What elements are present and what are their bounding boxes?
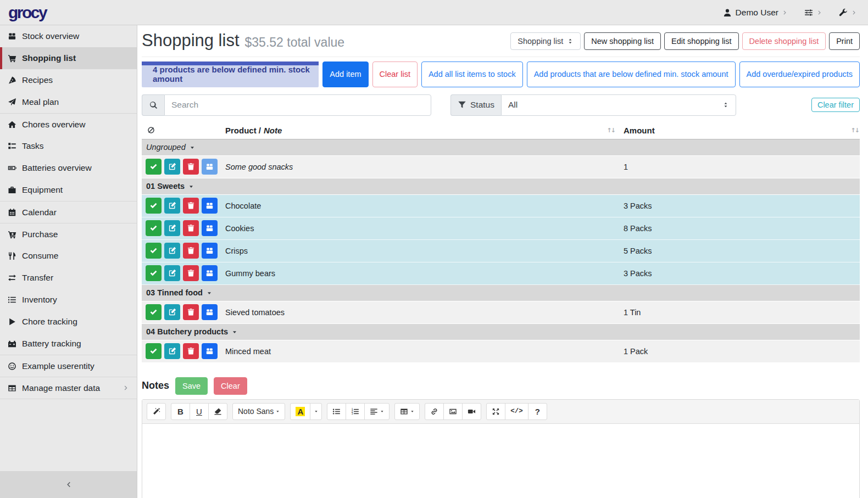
clear-list-button[interactable]: Clear list — [372, 61, 418, 87]
add-to-stock-button[interactable] — [202, 343, 218, 359]
notes-editing-area[interactable] — [142, 424, 859, 498]
product-amount: 1 Tin — [624, 308, 641, 317]
add-item-button[interactable]: Add item — [322, 61, 368, 87]
clear-formatting-button[interactable] — [208, 403, 227, 420]
search-input[interactable] — [164, 94, 431, 116]
insert-table-dropdown[interactable] — [394, 403, 420, 420]
mark-done-button[interactable] — [146, 220, 162, 236]
sidebar-item-batteries-overview[interactable]: Batteries overview — [0, 157, 137, 179]
status-select[interactable]: All — [501, 94, 736, 116]
add-to-stock-button[interactable] — [202, 265, 218, 281]
new-shopping-list-button[interactable]: New shopping list — [584, 32, 661, 50]
sidebar-item-manage-master-data[interactable]: Manage master data — [0, 377, 137, 399]
sidebar-item-calendar[interactable]: Calendar — [0, 201, 137, 223]
delete-item-button[interactable] — [183, 220, 199, 236]
add-to-stock-button[interactable] — [202, 159, 218, 175]
delete-item-button[interactable] — [183, 265, 199, 281]
ordered-list-button[interactable] — [346, 403, 365, 420]
edit-item-button[interactable] — [164, 265, 180, 281]
shopping-list-selector[interactable]: Shopping list — [510, 32, 581, 50]
sidebar-item-chore-tracking[interactable]: Chore tracking — [0, 311, 137, 333]
caret-down-icon — [207, 290, 212, 296]
sidebar-item-inventory[interactable]: Inventory — [0, 289, 137, 311]
text-color-button[interactable]: A — [290, 403, 310, 420]
sidebar-item-battery-tracking[interactable]: Battery tracking — [0, 333, 137, 355]
visibility-column-header[interactable] — [142, 126, 225, 135]
sort-icon[interactable]: ↑↓ — [607, 127, 624, 134]
sidebar-item-recipes[interactable]: Recipes — [0, 69, 137, 91]
edit-item-button[interactable] — [164, 159, 180, 175]
sidebar-item-tasks[interactable]: Tasks — [0, 135, 137, 157]
mark-done-button[interactable] — [146, 159, 162, 175]
settings-menu[interactable] — [804, 8, 822, 17]
sidebar-item-consume[interactable]: Consume — [0, 245, 137, 267]
delete-shopping-list-button[interactable]: Delete shopping list — [742, 32, 826, 50]
edit-item-button[interactable] — [164, 243, 180, 259]
product-group-row[interactable]: 01 Sweets — [142, 178, 860, 195]
trash-icon — [187, 163, 195, 171]
page-total-value: $35.52 total value — [245, 35, 345, 52]
sort-icon[interactable]: ↑↓ — [851, 127, 860, 134]
delete-item-button[interactable] — [183, 343, 199, 359]
unordered-list-button[interactable] — [327, 403, 346, 420]
underline-button[interactable]: U — [190, 403, 209, 420]
product-group-row[interactable]: 03 Tinned food — [142, 285, 860, 301]
edit-item-button[interactable] — [164, 198, 180, 214]
sidebar-item-purchase[interactable]: Purchase — [0, 223, 137, 245]
notes-save-button[interactable]: Save — [175, 377, 208, 395]
mark-done-button[interactable] — [146, 198, 162, 214]
edit-item-button[interactable] — [164, 220, 180, 236]
delete-item-button[interactable] — [183, 198, 199, 214]
delete-item-button[interactable] — [183, 304, 199, 320]
sidebar-item-label: Example userentity — [22, 361, 94, 371]
add-all-to-stock-button[interactable]: Add all list items to stock — [421, 61, 523, 87]
app-logo[interactable]: grocy — [8, 3, 46, 22]
mark-done-button[interactable] — [146, 343, 162, 359]
insert-video-button[interactable] — [462, 403, 481, 420]
user-menu[interactable]: Demo User — [723, 8, 788, 18]
style-magic-button[interactable] — [147, 403, 166, 420]
edit-shopping-list-button[interactable]: Edit shopping list — [664, 32, 739, 50]
sidebar-item-example-userentity[interactable]: Example userentity — [0, 355, 137, 377]
sidebar-item-equipment[interactable]: Equipment — [0, 179, 137, 201]
notes-clear-button[interactable]: Clear — [214, 377, 247, 395]
mark-done-button[interactable] — [146, 265, 162, 281]
insert-link-button[interactable] — [425, 403, 444, 420]
font-family-dropdown[interactable]: Noto Sans — [232, 403, 285, 420]
edit-item-button[interactable] — [164, 343, 180, 359]
fullscreen-button[interactable] — [486, 403, 505, 420]
product-column-header[interactable]: Product / Note ↑↓ — [225, 126, 624, 135]
insert-image-button[interactable] — [443, 403, 463, 420]
product-group-row[interactable]: Ungrouped — [142, 139, 860, 156]
print-button[interactable]: Print — [829, 32, 860, 50]
add-to-stock-button[interactable] — [202, 198, 218, 214]
eye-slash-icon — [147, 126, 155, 135]
amount-column-header[interactable]: Amount ↑↓ — [624, 126, 860, 135]
bold-button[interactable]: B — [171, 403, 190, 420]
code-view-button[interactable]: </> — [505, 403, 528, 420]
admin-menu[interactable] — [839, 8, 857, 17]
sidebar-item-meal-plan[interactable]: Meal plan — [0, 91, 137, 113]
delete-item-button[interactable] — [183, 159, 199, 175]
delete-item-button[interactable] — [183, 243, 199, 259]
mark-done-button[interactable] — [146, 304, 162, 320]
sidebar-item-stock-overview[interactable]: Stock overview — [0, 25, 137, 47]
funnel-icon — [458, 100, 466, 109]
add-to-stock-button[interactable] — [202, 220, 218, 236]
text-color-dropdown[interactable] — [310, 403, 322, 420]
paragraph-align-dropdown[interactable] — [364, 403, 390, 420]
add-below-min-stock-button[interactable]: Add products that are below defined min.… — [527, 61, 736, 87]
add-to-stock-button[interactable] — [202, 243, 218, 259]
add-overdue-button[interactable]: Add overdue/expired products — [739, 61, 860, 87]
sidebar-item-transfer[interactable]: Transfer — [0, 267, 137, 289]
product-group-row[interactable]: 04 Butchery products — [142, 324, 860, 340]
product-amount: 5 Packs — [624, 247, 652, 255]
sidebar-item-shopping-list[interactable]: Shopping list — [0, 47, 137, 69]
clear-filter-button[interactable]: Clear filter — [811, 98, 860, 112]
edit-item-button[interactable] — [164, 304, 180, 320]
add-to-stock-button[interactable] — [202, 304, 218, 320]
help-button[interactable]: ? — [528, 403, 547, 420]
mark-done-button[interactable] — [146, 243, 162, 259]
sidebar-collapse-button[interactable] — [0, 471, 137, 498]
sidebar-item-chores-overview[interactable]: Chores overview — [0, 113, 137, 135]
